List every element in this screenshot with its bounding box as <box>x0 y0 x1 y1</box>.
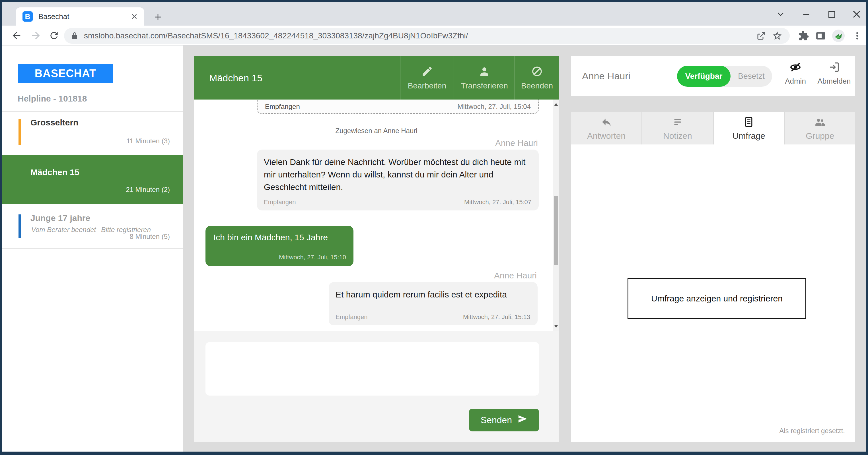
chat-header: Mädchen 15 Bearbeiten Transferieren Been… <box>194 56 559 100</box>
window-maximize-button[interactable] <box>823 6 840 23</box>
messages-scrollbar[interactable] <box>553 100 559 331</box>
chat-list-item-maedchen-15-selected[interactable]: Mädchen 15 21 Minuten (2) <box>2 155 183 204</box>
message-time: Mittwoch, 27. Juli, 15:13 <box>463 314 530 321</box>
bookmark-star-icon[interactable] <box>769 30 785 41</box>
message-author: Anne Hauri <box>494 271 537 281</box>
chat-item-title: Grosseltern <box>30 118 78 127</box>
sidebar-divider <box>2 111 183 112</box>
message-list: Empfangen Mittwoch, 27. Juli, 15:04 Zuge… <box>194 100 559 331</box>
window-close-button[interactable] <box>848 6 865 23</box>
window-frame-bottom <box>0 452 868 455</box>
logout-icon <box>828 61 840 74</box>
agent-header-card: Anne Hauri Verfügbar Besetzt Admin Abmel… <box>571 56 855 96</box>
group-icon <box>814 116 826 129</box>
admin-button[interactable]: Admin <box>778 61 812 86</box>
new-tab-button[interactable] <box>151 10 165 24</box>
window-frame-right <box>866 0 868 455</box>
forward-icon[interactable] <box>30 29 42 42</box>
busy-toggle-option[interactable]: Besetzt <box>731 66 772 87</box>
tab-gruppe[interactable]: Gruppe <box>785 112 855 144</box>
available-toggle-option[interactable]: Verfügbar <box>677 66 731 87</box>
chat-item-title: Junge 17 jahre <box>30 213 90 223</box>
message-time: Mittwoch, 27. Juli, 15:10 <box>279 254 346 261</box>
message-status: Empfangen <box>264 198 296 206</box>
agent-name: Anne Hauri <box>582 70 630 82</box>
window-minimize-button[interactable] <box>798 6 815 23</box>
show-survey-button[interactable]: Umfrage anzeigen und registrieren <box>627 278 806 319</box>
umfrage-tab-content: Umfrage anzeigen und registrieren Als re… <box>571 144 855 442</box>
message-input[interactable] <box>206 342 539 396</box>
logout-button[interactable]: Abmelden <box>815 61 853 86</box>
chat-item-time: 11 Minuten (3) <box>126 137 170 145</box>
reply-icon <box>601 116 612 129</box>
profile-avatar[interactable] <box>831 28 846 43</box>
share-icon[interactable] <box>753 31 769 41</box>
send-button[interactable]: Senden <box>469 409 539 431</box>
notes-lines-icon <box>672 116 683 129</box>
availability-toggle: Verfügbar Besetzt <box>677 66 772 87</box>
browser-toolbar: smsloho.basechat.com/BasechatSMS/16_1843… <box>2 26 866 45</box>
tab-close-icon[interactable] <box>130 12 138 21</box>
message-time: Mittwoch, 27. Juli, 15:07 <box>464 198 531 206</box>
favicon: B <box>23 11 33 22</box>
survey-list-icon <box>743 116 754 129</box>
eye-off-icon <box>789 61 802 74</box>
person-icon <box>478 65 490 78</box>
chat-accent-bar <box>19 119 21 145</box>
message-status: Empfangen <box>265 103 300 110</box>
basechat-logo[interactable]: BASECHAT <box>18 64 113 83</box>
chat-panel: Mädchen 15 Bearbeiten Transferieren Been… <box>194 56 559 442</box>
assignment-event-text: Zugewiesen an Anne Hauri <box>194 127 559 135</box>
extensions-puzzle-icon[interactable] <box>796 28 811 43</box>
scroll-down-arrow-icon[interactable] <box>554 325 558 328</box>
helpline-label: Helpline - 101818 <box>18 94 87 103</box>
chat-item-title: Mädchen 15 <box>30 167 80 177</box>
tab-search-chevron-icon[interactable] <box>772 6 789 23</box>
chat-list-item-junge-17[interactable]: Junge 17 jahre Vom Berater beendetBitte … <box>2 205 183 249</box>
tab-umfrage-active[interactable]: Umfrage <box>714 112 784 144</box>
tab-notizen[interactable]: Notizen <box>642 112 713 144</box>
agent-message-bubble: Et harum quidem rerum facilis est et exp… <box>329 282 537 325</box>
chat-item-time: 21 Minuten (2) <box>126 186 170 194</box>
scrollbar-thumb[interactable] <box>554 196 558 265</box>
side-panel-icon[interactable] <box>813 28 828 43</box>
panel-tabs: Antworten Notizen Umfrage Gruppe <box>571 112 855 144</box>
message-time: Mittwoch, 27. Juli, 15:04 <box>458 103 531 110</box>
chat-title: Mädchen 15 <box>194 56 400 100</box>
block-icon <box>531 65 543 78</box>
window-frame-top <box>0 0 868 2</box>
url-text: smsloho.basechat.com/BasechatSMS/16_1843… <box>84 31 753 40</box>
tab-strip: B Basechat <box>2 2 866 26</box>
back-icon[interactable] <box>10 29 23 42</box>
chat-list-item-grosseltern[interactable]: Grosseltern 11 Minuten (3) <box>2 114 183 154</box>
reload-icon[interactable] <box>48 29 60 42</box>
edit-chat-button[interactable]: Bearbeiten <box>400 56 454 100</box>
scroll-up-arrow-icon[interactable] <box>554 103 558 106</box>
tab-title: Basechat <box>38 12 130 21</box>
lock-icon <box>70 32 79 40</box>
url-bar[interactable]: smsloho.basechat.com/BasechatSMS/16_1843… <box>64 28 790 44</box>
tab-antworten[interactable]: Antworten <box>571 112 642 144</box>
browser-window: B Basechat <box>0 0 868 455</box>
message-status: Empfangen <box>336 314 368 321</box>
browser-tab[interactable]: B Basechat <box>16 7 144 26</box>
agent-message-bubble: Vielen Dank für deine Nachricht. Worüber… <box>257 150 539 210</box>
chat-item-time: 8 Minuten (5) <box>130 233 170 240</box>
message-dashed-truncated: Empfangen Mittwoch, 27. Juli, 15:04 <box>257 100 539 114</box>
window-frame-left <box>0 0 2 455</box>
browser-menu-icon[interactable] <box>850 28 865 43</box>
composer-area: Senden <box>194 331 559 442</box>
transfer-chat-button[interactable]: Transferieren <box>454 56 515 100</box>
registered-status-note: Als registriert gesetzt. <box>779 427 845 435</box>
message-text: Vielen Dank für deine Nachricht. Worüber… <box>264 156 532 193</box>
message-author: Anne Hauri <box>495 138 538 148</box>
message-text: Ich bin ein Mädchen, 15 Jahre <box>213 233 328 242</box>
chat-accent-bar <box>19 215 21 238</box>
pencil-icon <box>421 65 433 78</box>
end-chat-button[interactable]: Beenden <box>515 56 559 100</box>
message-text: Et harum quidem rerum facilis est et exp… <box>336 288 532 301</box>
send-icon <box>518 414 527 426</box>
sidebar: BASECHAT Helpline - 101818 Grosseltern 1… <box>2 45 183 452</box>
client-message-bubble: Ich bin ein Mädchen, 15 Jahre Mittwoch, … <box>206 226 353 266</box>
